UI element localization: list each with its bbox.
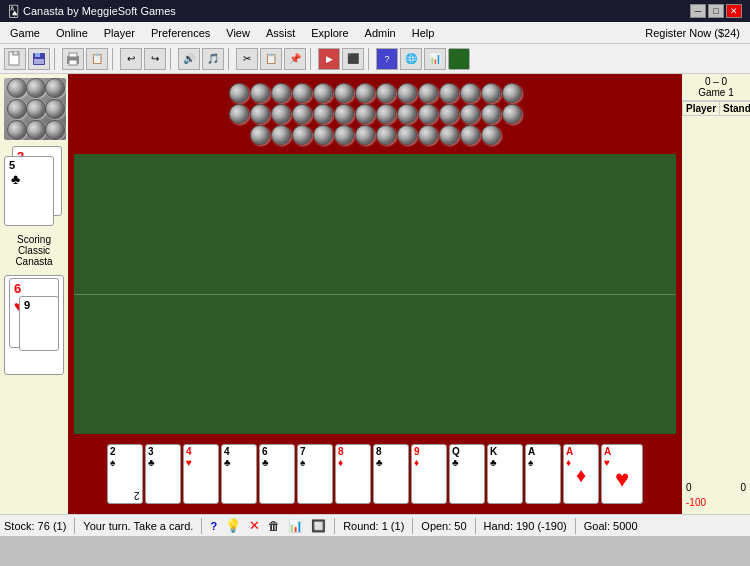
svg-rect-2 xyxy=(13,51,18,55)
round-info: Round: 1 (1) xyxy=(343,520,404,532)
hand-card-9[interactable]: Q ♣ xyxy=(449,444,485,504)
menu-explore[interactable]: Explore xyxy=(303,25,356,41)
status-grid-icon[interactable]: 🔲 xyxy=(311,519,326,533)
hand-card-6[interactable]: 8 ♦ xyxy=(335,444,371,504)
tb-copy[interactable]: 📋 xyxy=(260,48,282,70)
status-div-4 xyxy=(412,518,413,534)
stock-info: Stock: 76 (1) xyxy=(4,520,66,532)
scoring-type: Classic xyxy=(4,245,64,256)
status-div-3 xyxy=(334,518,335,534)
tb-save[interactable] xyxy=(28,48,50,70)
hand-card-7[interactable]: 8 ♣ xyxy=(373,444,409,504)
tb-sound[interactable]: 🔊 xyxy=(178,48,200,70)
window-title: 🂡 Canasta by MeggieSoft Games xyxy=(8,5,176,18)
app-icon: 🂡 xyxy=(8,5,19,18)
open-info: Open: 50 xyxy=(421,520,466,532)
status-trash-icon[interactable]: 🗑 xyxy=(268,519,280,533)
menu-items: Game Online Player Preferences View Assi… xyxy=(2,25,442,41)
status-div-6 xyxy=(575,518,576,534)
menu-help[interactable]: Help xyxy=(404,25,443,41)
goal-info: Goal: 5000 xyxy=(584,520,638,532)
center-area: 2 ♠ 2 3 ♣ 4 ♥ 4 ♣ xyxy=(70,74,680,514)
turn-message: Your turn. Take a card. xyxy=(83,520,193,532)
menu-player[interactable]: Player xyxy=(96,25,143,41)
hand-card-4[interactable]: 6 ♣ xyxy=(259,444,295,504)
svg-rect-8 xyxy=(69,60,77,65)
hand-card-1[interactable]: 3 ♣ xyxy=(145,444,181,504)
svg-rect-4 xyxy=(35,53,40,57)
hand-info: Hand: 190 (-190) xyxy=(484,520,567,532)
titlebar: 🂡 Canasta by MeggieSoft Games ─ □ ✕ xyxy=(0,0,750,22)
tb-options[interactable]: 📋 xyxy=(86,48,108,70)
player-score: 0 xyxy=(686,482,692,493)
score-row-1: 0 0 xyxy=(682,480,750,495)
minimize-button[interactable]: ─ xyxy=(690,4,706,18)
score-diff: -100 xyxy=(686,497,706,508)
tb-help[interactable]: ? xyxy=(376,48,398,70)
status-score-icon[interactable]: 📊 xyxy=(288,519,303,533)
status-hint-icon[interactable]: 💡 xyxy=(225,518,241,533)
tb-redo[interactable]: ↪ xyxy=(144,48,166,70)
hand-card-5[interactable]: 7 ♠ xyxy=(297,444,333,504)
tb-web[interactable]: 🌐 xyxy=(400,48,422,70)
hand-card-0[interactable]: 2 ♠ 2 xyxy=(107,444,143,504)
menu-admin[interactable]: Admin xyxy=(357,25,404,41)
svg-rect-5 xyxy=(34,59,44,64)
menu-view[interactable]: View xyxy=(218,25,258,41)
scoring-label: Scoring xyxy=(4,234,64,245)
tb-paste[interactable]: 📌 xyxy=(284,48,306,70)
tb-deal[interactable]: ▶ xyxy=(318,48,340,70)
game-label: Game 1 xyxy=(684,87,748,98)
window-controls: ─ □ ✕ xyxy=(690,4,742,18)
player-hand-area: 2 ♠ 2 3 ♣ 4 ♥ 4 ♣ xyxy=(70,434,680,514)
game-area: 3 ♥ ♥ 5 ♣ Scoring Classic Canasta 6 xyxy=(0,74,750,514)
hand-card-12[interactable]: A ♦ ♦ xyxy=(563,444,599,504)
tb-undo[interactable]: ↩ xyxy=(120,48,142,70)
score-table: Player Standard xyxy=(682,101,750,116)
tb-score[interactable]: 📊 xyxy=(424,48,446,70)
tb-new[interactable] xyxy=(4,48,26,70)
scoring-subtype: Canasta xyxy=(4,256,64,267)
status-div-2 xyxy=(201,518,202,534)
score-row-2: -100 xyxy=(682,495,750,510)
toolbar-sep-6 xyxy=(368,48,372,70)
tb-cut[interactable]: ✂ xyxy=(236,48,258,70)
hand-card-10[interactable]: K ♣ xyxy=(487,444,523,504)
play-area xyxy=(74,154,676,434)
tb-stop[interactable]: ⬛ xyxy=(342,48,364,70)
menu-online[interactable]: Online xyxy=(48,25,96,41)
hand-card-3[interactable]: 4 ♣ xyxy=(221,444,257,504)
tb-print[interactable] xyxy=(62,48,84,70)
status-div-5 xyxy=(475,518,476,534)
menu-game[interactable]: Game xyxy=(2,25,48,41)
hand-card-8[interactable]: 9 ♦ xyxy=(411,444,447,504)
hand-card-2[interactable]: 4 ♥ xyxy=(183,444,219,504)
hand-card-11[interactable]: A ♠ xyxy=(525,444,561,504)
hand-card-13[interactable]: A ♥ ♥ xyxy=(601,444,643,504)
score-col-standard: Standard xyxy=(720,102,750,116)
toolbar-sep-4 xyxy=(228,48,232,70)
status-help-icon[interactable]: ? xyxy=(210,520,217,532)
register-link[interactable]: Register Now ($24) xyxy=(645,27,748,39)
menubar: Game Online Player Preferences View Assi… xyxy=(0,22,750,44)
close-button[interactable]: ✕ xyxy=(726,4,742,18)
standard-score: 0 xyxy=(740,482,746,493)
menu-assist[interactable]: Assist xyxy=(258,25,303,41)
tb-notes[interactable]: 🎵 xyxy=(202,48,224,70)
maximize-button[interactable]: □ xyxy=(708,4,724,18)
scoring-info: Scoring Classic Canasta xyxy=(0,230,68,271)
tb-green[interactable] xyxy=(448,48,470,70)
menu-preferences[interactable]: Preferences xyxy=(143,25,218,41)
svg-rect-7 xyxy=(69,53,77,57)
opponent-deck-area xyxy=(70,74,680,154)
score-header: 0 – 0 Game 1 xyxy=(682,74,750,101)
statusbar: Stock: 76 (1) Your turn. Take a card. ? … xyxy=(0,514,750,536)
toolbar-sep-1 xyxy=(54,48,58,70)
status-stop-icon[interactable]: ✕ xyxy=(249,518,260,533)
toolbar-sep-2 xyxy=(112,48,116,70)
opponent-cards-area: 3 ♥ ♥ 5 ♣ xyxy=(0,74,68,230)
score-values: 0 0 -100 xyxy=(682,116,750,514)
score-display: 0 – 0 xyxy=(684,76,748,87)
toolbar-sep-5 xyxy=(310,48,314,70)
toolbar-sep-3 xyxy=(170,48,174,70)
